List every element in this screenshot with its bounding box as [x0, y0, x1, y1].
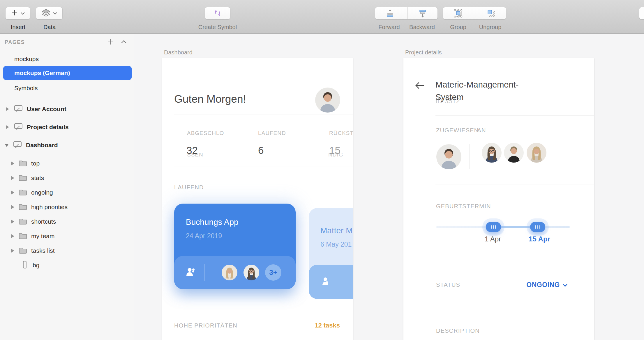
card-footer: 3+ [174, 256, 296, 289]
artboard-icon [13, 141, 22, 150]
more-members-badge[interactable]: 3+ [265, 264, 281, 281]
page-label: mockups [14, 56, 39, 63]
layer-label: tasks list [31, 247, 55, 254]
team-icon [185, 266, 197, 279]
member-avatar[interactable] [222, 265, 237, 280]
stat-value: 6 [258, 145, 264, 156]
artboard-icon [14, 123, 23, 132]
backward-button[interactable] [407, 7, 438, 19]
sidebar-layer-tasks-list[interactable]: tasks list [0, 243, 134, 258]
sidebar-layer-high-priorities[interactable]: high priorities [0, 200, 134, 214]
toolbar: Insert Data Create Symbol [0, 0, 644, 34]
layer-label: high priorities [31, 204, 68, 211]
data-button[interactable] [36, 7, 63, 19]
group-button[interactable] [443, 7, 473, 19]
user-avatar[interactable] [315, 88, 340, 113]
artboard-project-details[interactable]: ID 3512 Materie-Management- System ZUGEW… [403, 58, 594, 340]
status-dropdown[interactable]: ONGOING [526, 281, 567, 289]
sync-icon [213, 8, 222, 18]
ungroup-label: Ungroup [479, 24, 502, 30]
folder-icon [18, 159, 27, 168]
sidebar-page-symbols[interactable]: Symbols [0, 82, 134, 94]
sidebar-page-mockups-german[interactable]: mockups (German) [3, 66, 132, 80]
member-avatar[interactable] [244, 265, 259, 280]
assigned-label: ZUGEWIESENAN [436, 127, 486, 134]
backward-label: Backward [409, 24, 435, 30]
artboard-label: User Account [27, 106, 66, 113]
project-title-line2: System [435, 91, 518, 104]
disclosure-triangle-icon[interactable] [5, 144, 9, 147]
back-arrow-icon[interactable] [414, 81, 425, 90]
project-card-buchungs-app[interactable]: Buchungs App 24 Apr 2019 3+ [174, 204, 296, 289]
layer-label: my team [31, 233, 55, 240]
partial-toolbar-button[interactable] [639, 7, 644, 19]
project-title-line1: Materie-Management- [435, 79, 518, 91]
ungroup-button[interactable] [476, 7, 506, 19]
layer-label: stats [31, 175, 44, 181]
pages-header: PAGES [5, 39, 25, 45]
sidebar-layer-top[interactable]: top [0, 156, 134, 171]
assigned-label-word1: ZUGEWIESEN [436, 127, 479, 133]
disclosure-triangle-icon[interactable] [11, 249, 14, 253]
status-label: STATUS [436, 282, 460, 288]
sidebar-layer-shortcuts[interactable]: shortcuts [0, 214, 134, 229]
disclosure-triangle-icon[interactable] [11, 220, 14, 224]
layer-label: ongoing [31, 189, 53, 196]
section-label-ongoing: LAUFEND [174, 184, 204, 191]
sidebar-page-mockups[interactable]: mockups [0, 53, 134, 65]
assignee-avatar[interactable] [527, 143, 546, 163]
folder-icon [18, 232, 27, 241]
assignee-avatar[interactable] [504, 143, 524, 163]
move-backward-icon [418, 9, 427, 18]
disclosure-triangle-icon[interactable] [11, 205, 14, 209]
date-end-label: 15 Apr [523, 235, 555, 243]
description-label: DESCRIPTION [436, 327, 480, 334]
card-date: 6 May 201 [320, 241, 352, 248]
disclosure-triangle-icon[interactable] [11, 191, 14, 195]
stat-value: 32 [186, 145, 198, 156]
rectangle-layer-icon [23, 261, 27, 270]
collapse-pages-button[interactable] [119, 38, 128, 46]
forward-button[interactable] [375, 7, 405, 19]
tasks-count-badge[interactable]: 12 tasks [315, 322, 340, 329]
stats-row: ABGESCHLO SSEN 32 LAUFEND 6 RÜCKSTÄ NDIG… [174, 115, 353, 166]
artboard-title-dashboard[interactable]: Dashboard [164, 49, 193, 56]
disclosure-triangle-icon[interactable] [11, 176, 14, 180]
disclosure-triangle-icon[interactable] [11, 161, 14, 165]
sidebar-artboard-user-account[interactable]: User Account [0, 100, 134, 118]
add-page-button[interactable] [106, 38, 115, 46]
chevron-down-icon [53, 11, 57, 16]
disclosure-triangle-icon[interactable] [6, 107, 9, 111]
insert-button[interactable] [5, 7, 30, 19]
folder-icon [18, 203, 27, 211]
sidebar-layer-ongoing[interactable]: ongoing [0, 185, 134, 200]
disclosure-triangle-icon[interactable] [6, 125, 9, 129]
assignee-avatar-main[interactable] [436, 144, 461, 169]
artboard-dashboard[interactable]: Guten Morgen! ABGESCHLO SSEN 32 LAUFEND … [162, 58, 353, 340]
stat-label: LAUFEND [258, 130, 286, 136]
folder-icon [18, 218, 27, 226]
project-card-matter[interactable]: Matter M 6 May 201 [309, 208, 353, 299]
sidebar-artboard-dashboard[interactable]: Dashboard [0, 136, 134, 154]
assignee-avatar[interactable] [482, 143, 502, 163]
design-canvas[interactable]: Dashboard Project details Guten Morgen! … [135, 34, 644, 340]
status-value-text: ONGOING [526, 281, 560, 289]
artboard-title-project-details[interactable]: Project details [405, 49, 442, 56]
move-forward-icon [385, 9, 395, 18]
group-label: Group [450, 24, 466, 30]
chevron-down-icon [21, 11, 25, 16]
slider-handle-start[interactable] [486, 222, 501, 232]
sidebar-artboard-project-details[interactable]: Project details [0, 118, 134, 136]
date-start-label: 1 Apr [477, 235, 509, 243]
slider-handle-end[interactable] [530, 222, 545, 232]
sidebar-layer-bg[interactable]: bg [0, 258, 134, 273]
page-label: Symbols [14, 85, 38, 92]
stat-label: RÜCKSTÄ [329, 130, 353, 136]
layer-label: shortcuts [31, 218, 56, 225]
artboard-label: Project details [27, 124, 69, 131]
sidebar-layer-my-team[interactable]: my team [0, 229, 134, 243]
create-symbol-button[interactable] [205, 7, 230, 19]
sidebar-layer-stats[interactable]: stats [0, 171, 134, 185]
forward-label: Forward [378, 24, 400, 30]
disclosure-triangle-icon[interactable] [11, 234, 14, 238]
